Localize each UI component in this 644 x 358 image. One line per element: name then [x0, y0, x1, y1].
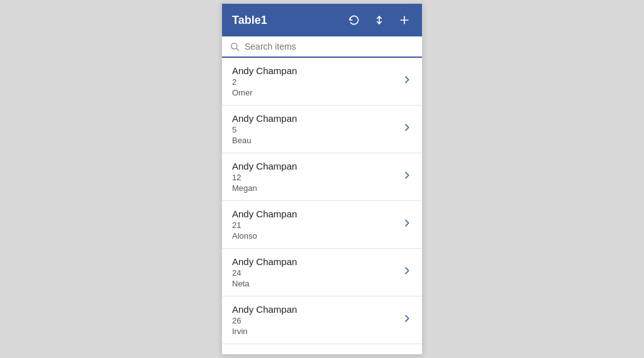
chevron-right-icon	[402, 75, 412, 88]
chevron-right-icon	[402, 266, 412, 279]
add-icon[interactable]	[397, 13, 412, 28]
item-sub: Neta	[232, 279, 397, 288]
header: Table1	[222, 4, 422, 36]
item-number: 26	[232, 316, 397, 325]
svg-line-4	[236, 48, 239, 51]
list-item-content: Andy Champan 26 Irvin	[232, 304, 397, 336]
item-number: 5	[232, 125, 397, 134]
list-item-content: Andy Champan 21 Alonso	[232, 209, 397, 241]
list-item-content: Andy Champan 5 Beau	[232, 113, 397, 145]
item-sub: Omer	[232, 88, 397, 97]
list-item[interactable]: Andy Champan 12 Megan	[222, 153, 422, 201]
item-number: 24	[232, 268, 397, 278]
item-sub: Beau	[232, 136, 397, 145]
list-item-content: Andy Champan 2 Omer	[232, 65, 397, 97]
item-number: 2	[232, 77, 397, 87]
chevron-right-icon	[402, 170, 412, 183]
header-title: Table1	[232, 14, 347, 27]
item-sub: Megan	[232, 183, 397, 193]
list-item-content: Andy Champan 12 Megan	[232, 161, 397, 193]
item-name: Andy Champan	[232, 65, 397, 76]
chevron-right-icon	[402, 218, 412, 231]
refresh-icon[interactable]	[347, 13, 362, 28]
item-name: Andy Champan	[232, 304, 397, 315]
search-bar	[222, 36, 422, 58]
sort-icon[interactable]	[372, 13, 387, 28]
chevron-right-icon	[402, 122, 412, 136]
item-sub: Alonso	[232, 231, 397, 241]
item-sub: Irvin	[232, 327, 397, 336]
item-number: 21	[232, 220, 397, 230]
item-number: 12	[232, 173, 397, 182]
search-input[interactable]	[245, 41, 414, 52]
item-name: Andy Champan	[232, 161, 397, 171]
item-name: Andy Champan	[232, 209, 397, 219]
list-item[interactable]: Andy Champan 5 Beau	[222, 106, 422, 153]
search-icon	[230, 41, 240, 52]
list-container: Andy Champan 2 Omer Andy Champan 5 Beau	[222, 58, 422, 354]
list-item[interactable]: Andy Champan 2 Omer	[222, 58, 422, 106]
list-item[interactable]: Andy Champan 26 Irvin	[222, 296, 422, 344]
list-item-content: Andy Champan 24 Neta	[232, 256, 397, 288]
header-icons	[347, 13, 412, 28]
item-name: Andy Champan	[232, 113, 397, 124]
item-name: Andy Champan	[232, 256, 397, 267]
chevron-right-icon	[402, 313, 412, 327]
list-item[interactable]: Andy Champan 21 Alonso	[222, 201, 422, 249]
list-item[interactable]: Andy Champan 24 Neta	[222, 249, 422, 296]
app-panel: Table1	[221, 3, 423, 355]
